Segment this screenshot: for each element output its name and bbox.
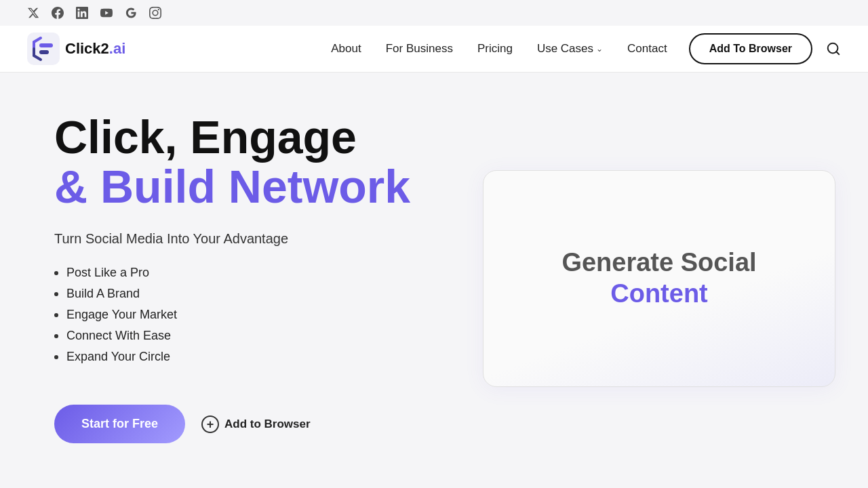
generate-text: Generate Social Content [561, 247, 756, 309]
nav-for-business[interactable]: For Business [386, 42, 453, 56]
bullet-dot [54, 334, 58, 338]
google-icon[interactable] [125, 7, 137, 19]
content-card: Generate Social Content [483, 170, 835, 387]
linkedin-icon[interactable] [76, 7, 88, 19]
hero-right: Generate Social Content [477, 73, 868, 484]
add-to-browser-button[interactable]: Add To Browser [689, 33, 812, 64]
youtube-icon[interactable] [100, 7, 113, 19]
chevron-down-icon: ⌄ [596, 44, 603, 54]
hero-cta: Start for Free + Add to Browser [54, 405, 477, 443]
nav-contact[interactable]: Contact [627, 42, 667, 56]
nav-use-cases[interactable]: Use Cases ⌄ [537, 42, 603, 56]
list-item: Post Like a Pro [54, 266, 477, 280]
bullet-dot [54, 271, 58, 275]
main-nav: About For Business Pricing Use Cases ⌄ C… [331, 42, 667, 56]
logo[interactable]: Click2.ai [27, 33, 125, 65]
list-item: Build A Brand [54, 287, 477, 301]
hero-headline-line2: & Build Network [54, 161, 477, 212]
list-item: Expand Your Circle [54, 350, 477, 364]
plus-circle-icon: + [201, 415, 219, 433]
add-to-browser-link[interactable]: + Add to Browser [201, 415, 311, 433]
hero-headline-line1: Click, Engage [54, 113, 477, 161]
start-for-free-button[interactable]: Start for Free [54, 405, 185, 443]
svg-rect-1 [39, 43, 53, 47]
header: Click2.ai About For Business Pricing Use… [0, 26, 868, 73]
svg-line-4 [836, 52, 839, 54]
list-item: Connect With Ease [54, 329, 477, 343]
hero-subtitle: Turn Social Media Into Your Advantage [54, 231, 477, 247]
nav-about[interactable]: About [331, 42, 361, 56]
bullet-dot [54, 355, 58, 359]
bullet-list: Post Like a Pro Build A Brand Engage You… [54, 266, 477, 371]
svg-rect-0 [27, 33, 60, 65]
twitter-icon[interactable] [27, 7, 39, 19]
instagram-icon[interactable] [149, 7, 161, 19]
social-bar [0, 0, 868, 26]
search-button[interactable] [826, 41, 841, 56]
hero-left: Click, Engage & Build Network Turn Socia… [0, 73, 477, 484]
bullet-dot [54, 292, 58, 296]
svg-rect-2 [39, 50, 49, 54]
logo-text: Click2.ai [65, 40, 125, 58]
nav-pricing[interactable]: Pricing [477, 42, 513, 56]
list-item: Engage Your Market [54, 308, 477, 322]
bullet-dot [54, 313, 58, 317]
facebook-icon[interactable] [52, 7, 64, 19]
hero-section: Click, Engage & Build Network Turn Socia… [0, 73, 868, 484]
